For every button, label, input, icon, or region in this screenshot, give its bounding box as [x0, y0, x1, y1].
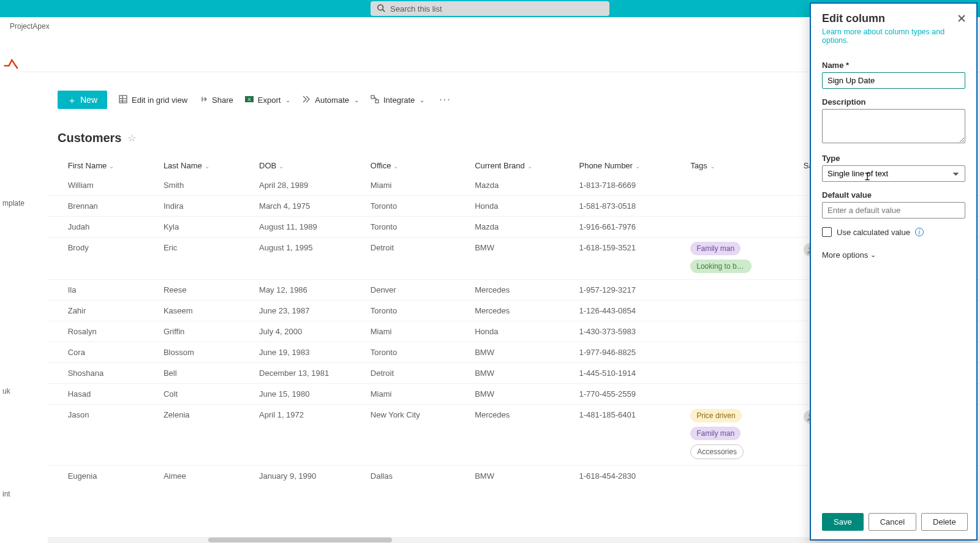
new-button[interactable]: ＋ New: [58, 91, 107, 109]
breadcrumb[interactable]: ProjectApex: [10, 22, 50, 31]
search-icon: [377, 4, 385, 14]
share-icon: [198, 94, 208, 106]
name-input[interactable]: [822, 72, 965, 89]
excel-icon: X: [244, 94, 254, 106]
svg-point-0: [378, 4, 383, 10]
more-options-toggle[interactable]: More options ⌄: [822, 250, 876, 260]
svg-rect-2: [119, 95, 127, 103]
edit-column-panel: Edit column Learn more about column type…: [810, 2, 978, 486]
tag-pill: Accessories: [690, 444, 744, 459]
favorite-toggle[interactable]: ☆: [127, 132, 136, 144]
col-first-name[interactable]: First Name⌄: [62, 156, 157, 175]
description-label: Description: [822, 97, 965, 107]
more-commands-button[interactable]: ···: [435, 94, 454, 105]
svg-line-1: [383, 9, 385, 12]
grid-icon: [118, 94, 128, 106]
share-button[interactable]: Share: [198, 94, 233, 106]
panel-title: Edit column: [822, 12, 965, 25]
learn-more-link[interactable]: Learn more about column types and option…: [822, 28, 965, 45]
search-placeholder: Search this list: [390, 4, 442, 13]
col-office[interactable]: Office⌄: [364, 156, 469, 175]
export-button[interactable]: X Export ⌄: [244, 94, 291, 106]
edit-in-grid-button[interactable]: Edit in grid view: [118, 94, 187, 106]
tag-pill: Family man: [690, 427, 741, 440]
col-dob[interactable]: DOB⌄: [253, 156, 364, 175]
default-value-label: Default value: [822, 190, 965, 200]
chevron-down-icon: ⌄: [285, 97, 290, 103]
site-logo: [0, 54, 21, 75]
type-label: Type: [822, 154, 965, 163]
svg-rect-9: [375, 100, 379, 103]
plus-icon: ＋: [67, 95, 77, 105]
tag-pill: Family man: [690, 242, 741, 255]
default-value-input[interactable]: [822, 202, 965, 219]
info-icon[interactable]: i: [915, 228, 924, 236]
description-input[interactable]: [822, 109, 965, 143]
list-title: Customers: [58, 131, 121, 145]
automate-button[interactable]: Automate ⌄: [301, 94, 359, 106]
col-tags[interactable]: Tags⌄: [684, 156, 797, 175]
tag-pill: Price driven: [690, 409, 741, 422]
search-box[interactable]: Search this list: [371, 1, 609, 16]
svg-rect-8: [371, 95, 374, 99]
svg-text:X: X: [247, 97, 251, 102]
use-calculated-checkbox[interactable]: [822, 227, 832, 237]
col-phone[interactable]: Phone Number⌄: [573, 156, 684, 175]
name-label: Name *: [822, 61, 965, 70]
svg-line-10: [374, 97, 377, 100]
tag-pill: Looking to buy s...: [690, 260, 752, 273]
chevron-down-icon: ⌄: [420, 97, 424, 103]
use-calculated-label: Use calculated value: [837, 228, 910, 237]
integrate-button[interactable]: Integrate ⌄: [370, 94, 424, 106]
flow-icon: [301, 94, 311, 106]
chevron-down-icon: ⌄: [870, 251, 876, 259]
left-nav-partial: mplate uk int: [0, 196, 24, 211]
col-last-name[interactable]: Last Name⌄: [157, 156, 253, 175]
integrate-icon: [370, 94, 380, 106]
col-brand[interactable]: Current Brand⌄: [469, 156, 573, 175]
close-button[interactable]: [956, 12, 968, 24]
type-select[interactable]: Single line of text: [822, 165, 965, 182]
chevron-down-icon: ⌄: [354, 97, 359, 103]
